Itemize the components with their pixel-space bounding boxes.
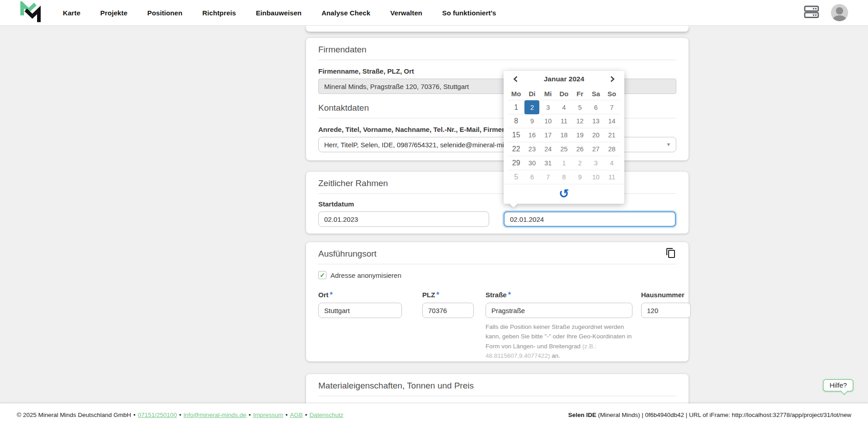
calendar-day[interactable]: 18: [556, 128, 572, 142]
strasse-label: Straße: [486, 291, 507, 299]
calendar-day[interactable]: 24: [540, 142, 556, 156]
calendar-day[interactable]: 4: [604, 156, 620, 170]
calendar-day[interactable]: 27: [588, 142, 604, 156]
calendar-day[interactable]: 8: [556, 170, 572, 184]
previous-card-bottom-edge: [306, 26, 689, 32]
calendar-day[interactable]: 10: [540, 114, 556, 128]
avatar-body-icon: [833, 15, 846, 21]
divider: [318, 264, 676, 264]
calendar-dayname: Mo: [508, 87, 524, 100]
date-picker-popup: Januar 2024 MoDiMiDoFrSaSo12345678910111…: [504, 71, 624, 204]
ausfuehrungsort-card: Ausführungsort ✓ Adresse anonymisieren O…: [306, 242, 689, 361]
calendar-day[interactable]: 1: [508, 100, 524, 114]
calendar-day[interactable]: 5: [572, 100, 588, 114]
footer-link-email[interactable]: info@mineral-minds.de: [184, 412, 246, 418]
footer-left: © 2025 Mineral Minds Deutschland GmbH•07…: [17, 412, 343, 418]
startdatum-input[interactable]: [318, 211, 489, 227]
calendar-day[interactable]: 5: [508, 170, 524, 184]
calendar-day[interactable]: 10: [588, 170, 604, 184]
calendar-day[interactable]: 2: [524, 100, 540, 114]
zeitlicher-rahmen-card: Zeitlicher Rahmen Startdatum: [306, 172, 689, 234]
calendar-dayname: Mi: [540, 87, 556, 100]
calendar-day[interactable]: 4: [556, 100, 572, 114]
calendar-day[interactable]: 21: [604, 128, 620, 142]
calendar-day[interactable]: 6: [524, 170, 540, 184]
footer: © 2025 Mineral Minds Deutschland GmbH•07…: [0, 403, 868, 426]
anonymisieren-checkbox[interactable]: ✓: [318, 271, 326, 279]
enddatum-input[interactable]: [504, 211, 676, 227]
calendar-day[interactable]: 7: [604, 100, 620, 114]
footer-debug-info: Selen IDE (Mineral Minds) | 0f6b4940db42…: [568, 412, 851, 418]
calendar-day[interactable]: 30: [524, 156, 540, 170]
calendar-day[interactable]: 3: [588, 156, 604, 170]
required-asterisk: *: [436, 291, 439, 299]
materialeigenschaften-title: Materialeigenschaften, Tonnen und Preis: [318, 374, 676, 391]
restore-today-icon[interactable]: ↺: [559, 187, 569, 200]
plz-input[interactable]: [422, 303, 474, 318]
calendar-dayname: Do: [556, 87, 572, 100]
ausfuehrungsort-title: Ausführungsort: [318, 242, 377, 259]
calendar-day[interactable]: 2: [572, 156, 588, 170]
top-navbar: Karte Projekte Positionen Richtpreis Ein…: [0, 0, 868, 26]
footer-link-agb[interactable]: AGB: [290, 412, 303, 418]
calendar-dayname: Sa: [588, 87, 604, 100]
calendar-day[interactable]: 31: [540, 156, 556, 170]
nav-item-projekte[interactable]: Projekte: [100, 9, 127, 17]
avatar-head-icon: [836, 7, 843, 14]
main-nav: Karte Projekte Positionen Richtpreis Ein…: [63, 9, 496, 17]
firmendaten-title: Firmendaten: [318, 38, 676, 55]
nav-item-einbauweisen[interactable]: Einbauweisen: [256, 9, 302, 17]
calendar-day[interactable]: 13: [588, 114, 604, 128]
calendar-day[interactable]: 16: [524, 128, 540, 142]
calendar-day[interactable]: 1: [556, 156, 572, 170]
nav-item-verwalten[interactable]: Verwalten: [390, 9, 422, 17]
calendar-day[interactable]: 14: [604, 114, 620, 128]
footer-link-phone[interactable]: 07151/250100: [138, 412, 177, 418]
footer-link-impressum[interactable]: Impressum: [253, 412, 283, 418]
footer-link-datenschutz[interactable]: Datenschutz: [309, 412, 343, 418]
calendar-day[interactable]: 12: [572, 114, 588, 128]
calendar-day[interactable]: 17: [540, 128, 556, 142]
calendar-day[interactable]: 22: [508, 142, 524, 156]
nav-item-analyse-check[interactable]: Analyse Check: [321, 9, 370, 17]
strasse-input[interactable]: [486, 303, 632, 318]
calendar-dayname: Fr: [572, 87, 588, 100]
nav-item-so-funktionierts[interactable]: So funktioniert's: [442, 9, 496, 17]
calendar-day[interactable]: 26: [572, 142, 588, 156]
calendar-day[interactable]: 11: [604, 170, 620, 184]
calendar-day[interactable]: 28: [604, 142, 620, 156]
calendar-dayname: Di: [524, 87, 540, 100]
calendar-day[interactable]: 6: [588, 100, 604, 114]
ort-input[interactable]: [318, 303, 402, 318]
calendar-day[interactable]: 25: [556, 142, 572, 156]
calendar-day[interactable]: 9: [524, 114, 540, 128]
calendar-day[interactable]: 23: [524, 142, 540, 156]
nav-item-richtpreis[interactable]: Richtpreis: [203, 9, 236, 17]
divider: [318, 60, 676, 60]
calendar-day[interactable]: 20: [588, 128, 604, 142]
calendar-day[interactable]: 11: [556, 114, 572, 128]
calendar-day[interactable]: 3: [540, 100, 556, 114]
calendar-day[interactable]: 8: [508, 114, 524, 128]
copyright-text: © 2025 Mineral Minds Deutschland GmbH: [17, 412, 131, 418]
nav-item-positionen[interactable]: Positionen: [147, 9, 183, 17]
calendar-prev-month-button[interactable]: [511, 74, 521, 84]
calendar-month-title: Januar 2024: [544, 75, 585, 83]
calendar-day[interactable]: 9: [572, 170, 588, 184]
calendar-day[interactable]: 19: [572, 128, 588, 142]
user-avatar[interactable]: [831, 4, 848, 21]
hausnummer-label: Hausnummer: [641, 291, 684, 299]
nav-item-karte[interactable]: Karte: [63, 9, 80, 17]
calendar-day[interactable]: 15: [508, 128, 524, 142]
calendar-selected-day[interactable]: 2: [524, 100, 539, 114]
divider: [318, 396, 676, 396]
mineral-minds-logo-icon[interactable]: [20, 1, 41, 24]
server-stack-icon[interactable]: [803, 3, 820, 22]
calendar-next-month-button[interactable]: [607, 74, 617, 84]
calendar-day[interactable]: 29: [508, 156, 524, 170]
copy-icon[interactable]: [665, 248, 676, 258]
firmendaten-card: Firmendaten Firmenname, Straße, PLZ, Ort…: [306, 38, 689, 160]
help-button[interactable]: Hilfe?: [823, 379, 854, 392]
calendar-day[interactable]: 7: [540, 170, 556, 184]
hausnummer-input[interactable]: [641, 303, 691, 318]
